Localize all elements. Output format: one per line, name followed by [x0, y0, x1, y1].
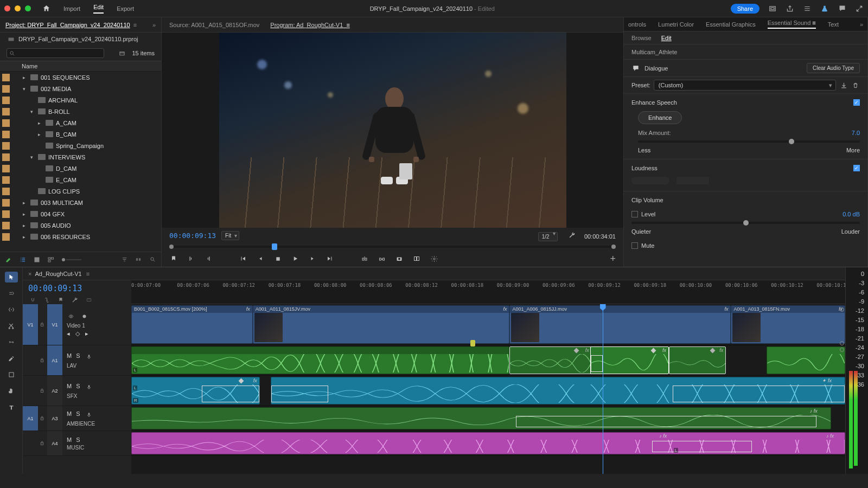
track-header-a2[interactable]: A2 MS SFX: [23, 376, 131, 406]
voice-over-icon[interactable]: [85, 352, 93, 361]
mix-amount-value[interactable]: 7.0: [852, 130, 860, 136]
menu-import[interactable]: Import: [63, 5, 80, 12]
settings-icon[interactable]: [430, 254, 438, 263]
audio-clip-sfx-2[interactable]: ✦ fx: [271, 377, 845, 404]
zoom-slider-icon[interactable]: [61, 255, 82, 264]
automate-seq-icon[interactable]: [134, 255, 143, 264]
icon-view-icon[interactable]: [33, 255, 41, 264]
project-column-header[interactable]: Name: [0, 61, 161, 72]
find-icon[interactable]: [148, 255, 157, 264]
slip-tool[interactable]: [5, 337, 18, 348]
mute-a3[interactable]: M: [67, 410, 72, 419]
in-point-icon[interactable]: [187, 254, 195, 263]
source-patch-a3[interactable]: A1: [23, 406, 38, 431]
audio-clip-lav-4[interactable]: fx: [669, 346, 726, 374]
voice-over-icon[interactable]: [85, 383, 93, 391]
menu-edit[interactable]: Edit: [93, 4, 104, 14]
beaker-icon[interactable]: [820, 4, 829, 13]
marker-add-icon[interactable]: [56, 296, 65, 304]
bin-row[interactable]: ▸003 MULTICAM: [0, 197, 161, 208]
preset-select[interactable]: (Custom): [654, 80, 836, 91]
preset-delete-icon[interactable]: [851, 81, 860, 89]
preset-download-icon[interactable]: [839, 81, 848, 89]
bin-row[interactable]: LOG CLIPS: [0, 185, 161, 197]
enhance-button[interactable]: Enhance: [638, 111, 682, 124]
ripple-edit-tool[interactable]: [5, 304, 18, 315]
menu-export[interactable]: Export: [117, 5, 134, 12]
selection-tool[interactable]: [5, 272, 18, 282]
pen-tool[interactable]: [5, 353, 18, 364]
maximize-window[interactable]: [25, 5, 31, 11]
hand-tool[interactable]: [5, 386, 18, 396]
playhead-indicator[interactable]: [272, 243, 277, 250]
solo-a4[interactable]: S: [76, 436, 80, 443]
stop-icon[interactable]: [273, 254, 282, 263]
bin-row[interactable]: ▸006 RESOURCES: [0, 231, 161, 242]
bin-row[interactable]: ▾INTERVIEWS: [0, 151, 161, 163]
camera-icon[interactable]: [395, 254, 404, 263]
tab-graphics[interactable]: Essential Graphics: [706, 21, 756, 28]
timeline-playhead[interactable]: [603, 304, 603, 474]
minimize-window[interactable]: [15, 5, 21, 11]
chat-icon[interactable]: [838, 4, 846, 13]
tab-essential-sound[interactable]: Essential Sound ≡: [768, 20, 816, 29]
project-tab[interactable]: Project: DRYP_Fall_Campaign_v24_20240110…: [0, 17, 161, 33]
mute-a1[interactable]: M: [67, 352, 72, 361]
toggle-track-output-icon[interactable]: [67, 312, 75, 321]
tab-lumetri[interactable]: Lumetri Color: [658, 21, 694, 28]
audio-clip-amb[interactable]: ♪ fx: [131, 407, 831, 429]
bin-row[interactable]: ▸A_CAM: [0, 117, 161, 129]
goto-in-icon[interactable]: [239, 254, 247, 263]
program-scrubber[interactable]: [169, 243, 616, 251]
tab-text[interactable]: Text: [828, 21, 839, 28]
audio-clip-lav-2[interactable]: fx: [509, 346, 591, 374]
sequence-tab[interactable]: × Ad_RoughCut-V1 ≡: [23, 267, 845, 280]
goto-out-icon[interactable]: [326, 254, 334, 263]
tab-controls[interactable]: ontrols: [628, 21, 646, 28]
level-slider[interactable]: [631, 222, 860, 224]
bin-row[interactable]: D_CAM: [0, 163, 161, 174]
snap-icon[interactable]: [28, 296, 37, 304]
bin-row[interactable]: ARCHIVAL: [0, 94, 161, 106]
step-back-icon[interactable]: [256, 254, 265, 263]
prev-keyframe-icon[interactable]: ◂: [67, 330, 70, 337]
audio-clip-lav-1[interactable]: L: [131, 346, 509, 374]
video-clip[interactable]: A001_A013_0815FN.movfx: [731, 305, 845, 344]
bin-row[interactable]: ▾002 MEDIA: [0, 83, 161, 94]
project-search-input[interactable]: [7, 48, 104, 58]
maximize-icon[interactable]: [855, 4, 864, 13]
quick-export-icon[interactable]: [803, 4, 812, 13]
full-screen-icon[interactable]: [768, 4, 777, 13]
loudness-toggle[interactable]: [853, 165, 860, 171]
type-tool[interactable]: [5, 402, 18, 413]
export-icon[interactable]: [786, 4, 794, 13]
track-patch-a4[interactable]: A4: [47, 431, 62, 455]
resolution-select[interactable]: 1/2: [538, 232, 558, 241]
play-icon[interactable]: [291, 254, 299, 263]
track-header-v1[interactable]: V1 V1 Video 1 ◂◇▸: [23, 304, 131, 345]
share-button[interactable]: Share: [731, 4, 760, 14]
track-patch-a1[interactable]: A1: [47, 345, 62, 375]
program-monitor[interactable]: [162, 33, 623, 228]
track-patch-a3[interactable]: A3: [47, 406, 62, 431]
program-tab[interactable]: Program: Ad_RoughCut-V1 ≡: [270, 22, 349, 28]
compare-icon[interactable]: [412, 254, 421, 263]
solo-a2[interactable]: S: [76, 383, 80, 391]
zoom-fit-select[interactable]: Fit: [221, 231, 239, 240]
freeform-view-icon[interactable]: [47, 255, 55, 264]
mute-a4[interactable]: M: [67, 436, 72, 443]
timeline-settings-icon[interactable]: [71, 296, 79, 304]
level-value[interactable]: 0.0 dB: [843, 211, 860, 217]
audio-clip-music[interactable]: ♪ fx♪ fxL: [131, 432, 845, 454]
new-bin-icon[interactable]: [118, 49, 126, 57]
razor-tool[interactable]: [5, 320, 18, 331]
program-timecode[interactable]: 00:00:09:13: [169, 232, 216, 240]
write-icon[interactable]: [4, 255, 13, 264]
add-keyframe-icon[interactable]: ◇: [75, 330, 80, 337]
bin-row[interactable]: ▸B_CAM: [0, 129, 161, 140]
video-clip[interactable]: B001_B002_0815CS.mov [200%]fx: [131, 305, 253, 344]
marker-icon[interactable]: [169, 254, 178, 263]
track-content[interactable]: B001_B002_0815CS.mov [200%]fxA001_A011_0…: [131, 304, 845, 474]
video-clip[interactable]: A001_A011_0815JV.movfx: [253, 305, 510, 344]
track-header-a4[interactable]: A4 MS MUSIC: [23, 431, 131, 456]
